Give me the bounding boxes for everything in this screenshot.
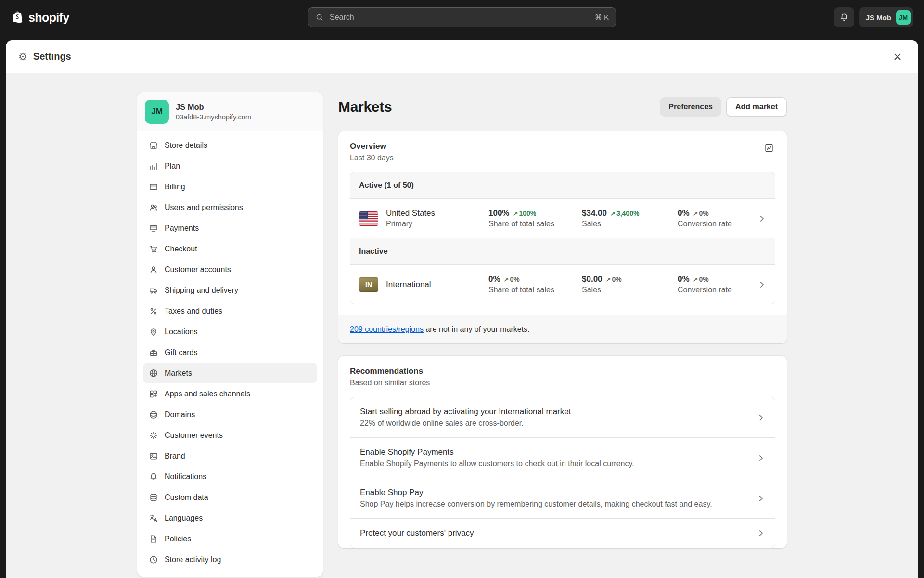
settings-modal: ⚙ Settings JM JS Mob 03afd8-3.myshopify.… — [6, 40, 918, 578]
shopify-logo[interactable]: shopify — [11, 10, 69, 25]
settings-title: Settings — [33, 51, 71, 62]
sidebar-item-plan[interactable]: Plan — [143, 156, 317, 176]
settings-body: JM JS Mob 03afd8-3.myshopify.com Store d… — [6, 73, 918, 577]
user-name: JS Mob — [866, 13, 891, 22]
market-subtitle: Primary — [386, 220, 481, 228]
recommendations-header: Recommendations Based on similar stores — [338, 356, 787, 397]
sidebar-item-checkout[interactable]: Checkout — [143, 238, 317, 259]
sidebar-item-policies[interactable]: Policies — [143, 528, 317, 549]
chevron-right-icon — [757, 494, 765, 503]
sidebar-item-apps-sales-channels[interactable]: Apps and sales channels — [143, 383, 317, 404]
sidebar-item-languages[interactable]: Languages — [143, 508, 317, 528]
countries-link[interactable]: 209 countries/regions — [350, 325, 424, 333]
overview-footer: 209 countries/regions are not in any of … — [338, 315, 787, 343]
settings-sidebar: JM JS Mob 03afd8-3.myshopify.com Store d… — [137, 92, 323, 577]
market-row-international[interactable]: IN International 0%↗0% Share of total sa… — [350, 265, 775, 304]
international-badge-icon: IN — [359, 277, 378, 292]
database-icon — [149, 493, 158, 502]
trend-up-icon: ↗ — [610, 210, 616, 217]
preferences-button[interactable]: Preferences — [660, 97, 721, 117]
pin-icon — [149, 327, 158, 337]
overview-title: Overview — [350, 142, 394, 151]
search-icon — [315, 13, 324, 22]
sidebar-item-billing[interactable]: Billing — [143, 176, 317, 197]
user-avatar: JM — [896, 10, 911, 25]
sidebar-item-domains[interactable]: Domains — [143, 404, 317, 425]
chart-icon — [149, 161, 158, 171]
sidebar-item-gift-cards[interactable]: Gift cards — [143, 342, 317, 363]
chevron-right-icon — [757, 280, 766, 289]
close-button[interactable] — [889, 49, 906, 65]
sidebar-item-store-details[interactable]: Store details — [143, 135, 317, 156]
us-flag-icon — [359, 211, 378, 226]
store-icon — [149, 141, 158, 150]
topbar: shopify ⌘ K JS Mob JM — [0, 0, 924, 35]
conversion-stat: 0%↗0% Conversion rate — [678, 209, 750, 228]
clock-icon — [149, 555, 158, 565]
recommendation-row-international[interactable]: Start selling abroad by activating your … — [350, 397, 775, 438]
store-name: JS Mob — [176, 103, 251, 112]
shopify-bag-icon — [11, 10, 25, 25]
page-title: Markets — [338, 99, 392, 115]
search-input[interactable] — [329, 13, 590, 22]
sidebar-item-payments[interactable]: Payments — [143, 218, 317, 238]
active-section-header: Active (1 of 50) — [350, 172, 775, 199]
trend-up-icon: ↗ — [693, 210, 698, 217]
truck-icon — [149, 286, 158, 295]
apps-grid-icon — [149, 389, 158, 399]
close-icon — [892, 52, 903, 62]
brand-wordmark: shopify — [28, 11, 69, 25]
users-icon — [149, 203, 158, 212]
sidebar-item-users-permissions[interactable]: Users and permissions — [143, 197, 317, 218]
gear-icon: ⚙ — [18, 52, 27, 62]
search-shortcut: ⌘ K — [595, 13, 609, 22]
recommendations-subtitle: Based on similar stores — [350, 379, 430, 387]
settings-header: ⚙ Settings — [6, 40, 918, 73]
markets-page: Markets Preferences Add market Overview … — [338, 92, 787, 577]
sidebar-item-customer-events[interactable]: Customer events — [143, 425, 317, 446]
conversion-stat: 0%↗0% Conversion rate — [678, 275, 750, 294]
sidebar-item-taxes-duties[interactable]: Taxes and duties — [143, 301, 317, 321]
user-menu[interactable]: JS Mob JM — [859, 7, 913, 27]
sidebar-item-markets[interactable]: Markets — [143, 363, 317, 383]
translate-icon — [149, 513, 158, 523]
sidebar-item-customer-accounts[interactable]: Customer accounts — [143, 259, 317, 280]
report-icon — [764, 143, 774, 153]
recommendation-row-shopify-payments[interactable]: Enable Shopify Payments Enable Shopify P… — [350, 438, 775, 478]
add-market-button[interactable]: Add market — [726, 97, 787, 117]
market-name: International — [386, 280, 481, 289]
market-row-united-states[interactable]: United States Primary 100%↗100% Share of… — [350, 199, 775, 238]
recommendation-row-privacy[interactable]: Protect your customers' privacy — [350, 519, 775, 548]
credit-card-icon — [149, 182, 158, 192]
sales-stat: $0.00↗0% Sales — [582, 275, 670, 294]
person-icon — [149, 265, 158, 275]
sidebar-item-shipping-delivery[interactable]: Shipping and delivery — [143, 280, 317, 301]
market-name: United States — [386, 209, 481, 218]
sidebar-item-custom-data[interactable]: Custom data — [143, 487, 317, 508]
account-summary: JM JS Mob 03afd8-3.myshopify.com — [137, 92, 323, 131]
gift-icon — [149, 348, 158, 357]
trend-up-icon: ↗ — [513, 210, 518, 217]
store-avatar: JM — [145, 100, 169, 124]
overview-card: Overview Last 30 days Active (1 of 50) — [338, 131, 787, 343]
trend-up-icon: ↗ — [504, 276, 509, 283]
burst-icon — [149, 431, 158, 440]
store-domain: 03afd8-3.myshopify.com — [176, 113, 251, 121]
global-search[interactable]: ⌘ K — [308, 7, 616, 27]
sidebar-item-brand[interactable]: Brand — [143, 446, 317, 466]
trend-up-icon: ↗ — [693, 276, 698, 283]
export-report-button[interactable] — [763, 142, 775, 154]
overview-subtitle: Last 30 days — [350, 154, 394, 162]
chevron-right-icon — [757, 214, 766, 223]
recommendation-row-shop-pay[interactable]: Enable Shop Pay Shop Pay helps increase … — [350, 478, 775, 519]
sidebar-item-locations[interactable]: Locations — [143, 321, 317, 342]
percent-icon — [149, 306, 158, 316]
notifications-button[interactable] — [834, 7, 854, 27]
sidebar-item-notifications[interactable]: Notifications — [143, 466, 317, 487]
share-stat: 100%↗100% Share of total sales — [488, 209, 574, 228]
globe-icon — [149, 410, 158, 420]
document-icon — [149, 534, 158, 544]
sidebar-item-store-activity-log[interactable]: Store activity log — [143, 549, 317, 570]
markets-table: Active (1 of 50) United States Primary 1… — [350, 172, 775, 304]
page-actions: Preferences Add market — [660, 97, 787, 117]
